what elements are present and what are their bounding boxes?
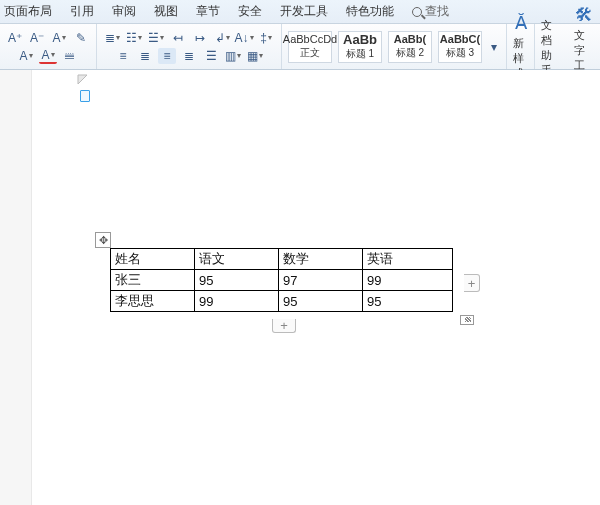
style-normal[interactable]: AaBbCcDd 正文 bbox=[288, 31, 332, 63]
doc-helper-button[interactable]: 文档助手 bbox=[535, 24, 567, 69]
align-right-button[interactable]: ≡ bbox=[158, 48, 176, 64]
add-row-button[interactable]: + bbox=[272, 319, 296, 333]
decrease-font-button[interactable]: A⁻ bbox=[28, 30, 46, 46]
new-style-button[interactable]: Ᾰ 新样式 bbox=[507, 24, 534, 69]
tab-layout[interactable]: 页面布局 bbox=[4, 3, 52, 20]
table-cell[interactable]: 99 bbox=[363, 270, 453, 291]
sort-button[interactable]: A↓▾ bbox=[235, 30, 253, 46]
new-style-icon: Ᾰ bbox=[515, 12, 527, 34]
style-heading3[interactable]: AaBbC( 标题 3 bbox=[438, 31, 482, 63]
table-cell[interactable]: 99 bbox=[195, 291, 279, 312]
table-cell[interactable]: 95 bbox=[279, 291, 363, 312]
table-cell[interactable]: 张三 bbox=[111, 270, 195, 291]
ribbon-tab-bar: 页面布局 引用 审阅 视图 章节 安全 开发工具 特色功能 查找 bbox=[0, 0, 600, 24]
tab-security[interactable]: 安全 bbox=[238, 3, 262, 20]
style-heading1[interactable]: AaBb 标题 1 bbox=[338, 31, 382, 63]
vertical-ruler bbox=[0, 70, 32, 505]
style-label: 标题 1 bbox=[346, 48, 374, 60]
search-label: 查找 bbox=[425, 3, 449, 20]
search-icon bbox=[412, 7, 422, 17]
borders-button[interactable]: ▦▾ bbox=[246, 48, 264, 64]
workspace: ✥ 姓名 语文 数学 英语 张三 95 97 99 李思思 99 95 95 +… bbox=[0, 70, 600, 505]
tab-section[interactable]: 章节 bbox=[196, 3, 220, 20]
char-border-button[interactable]: ⩸ bbox=[61, 48, 79, 64]
ribbon-toolbar: A⁺ A⁻ A▾ ✎ A▾ A▾ ⩸ ≣▾ ☷▾ ☱▾ ↤ ↦ ↲▾ A↓▾ ‡… bbox=[0, 24, 600, 70]
text-tool-button[interactable]: 🛠 文字工具 bbox=[568, 24, 600, 69]
tab-special[interactable]: 特色功能 bbox=[346, 3, 394, 20]
multilist-button[interactable]: ☱▾ bbox=[147, 30, 165, 46]
style-heading2[interactable]: AaBb( 标题 2 bbox=[388, 31, 432, 63]
shading-button[interactable]: ▥▾ bbox=[224, 48, 242, 64]
distribute-button[interactable]: ☰ bbox=[202, 48, 220, 64]
table-row[interactable]: 李思思 99 95 95 bbox=[111, 291, 453, 312]
table-resize-handle[interactable] bbox=[460, 315, 474, 325]
add-column-button[interactable]: + bbox=[464, 274, 480, 292]
change-case-button[interactable]: A▾ bbox=[50, 30, 68, 46]
table-move-handle[interactable]: ✥ bbox=[95, 232, 111, 248]
tab-view[interactable]: 视图 bbox=[154, 3, 178, 20]
styles-more-button[interactable]: ▾ bbox=[488, 39, 500, 55]
styles-group: AaBbCcDd 正文 AaBb 标题 1 AaBb( 标题 2 AaBbC( … bbox=[282, 24, 507, 69]
line-spacing-button[interactable]: ‡▾ bbox=[257, 30, 275, 46]
align-justify-button[interactable]: ≣ bbox=[180, 48, 198, 64]
bullets-button[interactable]: ≣▾ bbox=[103, 30, 121, 46]
table-row[interactable]: 张三 95 97 99 bbox=[111, 270, 453, 291]
highlight-button[interactable]: A▾ bbox=[17, 48, 35, 64]
table-cell[interactable]: 97 bbox=[279, 270, 363, 291]
table-header-cell[interactable]: 数学 bbox=[279, 249, 363, 270]
showmarks-button[interactable]: ↲▾ bbox=[213, 30, 231, 46]
style-label: 正文 bbox=[300, 47, 320, 59]
align-left-button[interactable]: ≡ bbox=[114, 48, 132, 64]
paragraph-group: ≣▾ ☷▾ ☱▾ ↤ ↦ ↲▾ A↓▾ ‡▾ ≡ ≣ ≡ ≣ ☰ ▥▾ ▦▾ bbox=[97, 24, 282, 69]
search-box[interactable]: 查找 bbox=[412, 3, 449, 20]
table-header-cell[interactable]: 语文 bbox=[195, 249, 279, 270]
align-center-button[interactable]: ≣ bbox=[136, 48, 154, 64]
table-cell[interactable]: 95 bbox=[195, 270, 279, 291]
font-group: A⁺ A⁻ A▾ ✎ A▾ A▾ ⩸ bbox=[0, 24, 97, 69]
increase-font-button[interactable]: A⁺ bbox=[6, 30, 24, 46]
tab-reference[interactable]: 引用 bbox=[70, 3, 94, 20]
table-row[interactable]: 姓名 语文 数学 英语 bbox=[111, 249, 453, 270]
tab-dev[interactable]: 开发工具 bbox=[280, 3, 328, 20]
font-color-button[interactable]: A▾ bbox=[39, 48, 57, 64]
style-sample: AaBbC( bbox=[440, 34, 480, 45]
clear-format-button[interactable]: ✎ bbox=[72, 30, 90, 46]
increase-indent-button[interactable]: ↦ bbox=[191, 30, 209, 46]
decrease-indent-button[interactable]: ↤ bbox=[169, 30, 187, 46]
table-header-cell[interactable]: 英语 bbox=[363, 249, 453, 270]
numbering-button[interactable]: ☷▾ bbox=[125, 30, 143, 46]
table-cell[interactable]: 95 bbox=[363, 291, 453, 312]
document-page[interactable]: ✥ 姓名 语文 数学 英语 张三 95 97 99 李思思 99 95 95 +… bbox=[32, 74, 598, 503]
table-cell[interactable]: 李思思 bbox=[111, 291, 195, 312]
page-icon bbox=[80, 90, 90, 102]
data-table[interactable]: 姓名 语文 数学 英语 张三 95 97 99 李思思 99 95 95 bbox=[110, 248, 453, 312]
style-label: 标题 2 bbox=[396, 47, 424, 59]
style-label: 标题 3 bbox=[446, 47, 474, 59]
tab-marker-icon bbox=[77, 74, 89, 86]
table-header-cell[interactable]: 姓名 bbox=[111, 249, 195, 270]
wrench-icon: 🛠 bbox=[575, 5, 593, 26]
style-sample: AaBb( bbox=[394, 34, 426, 45]
style-sample: AaBb bbox=[343, 33, 377, 46]
tab-review[interactable]: 审阅 bbox=[112, 3, 136, 20]
style-sample: AaBbCcDd bbox=[283, 34, 337, 45]
doc-helper-label: 文档助手 bbox=[541, 18, 561, 78]
